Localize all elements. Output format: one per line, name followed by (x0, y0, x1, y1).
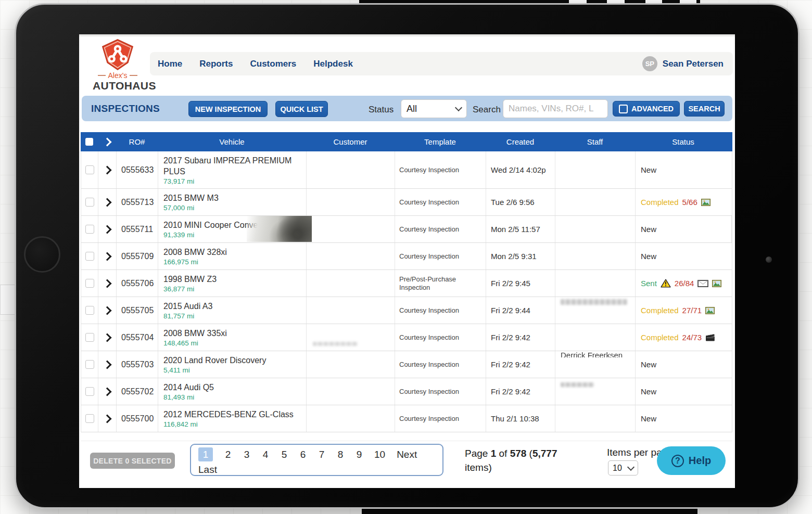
status-text: New (641, 360, 656, 369)
vehicle-name: 2008 BMW 335xi (163, 328, 227, 339)
row-checkbox[interactable] (85, 333, 94, 342)
quick-list-button[interactable]: QUICK LIST (275, 101, 328, 117)
row-checkbox[interactable] (85, 165, 94, 174)
header-customer[interactable]: Customer (306, 132, 395, 151)
header-vehicle[interactable]: Vehicle (158, 132, 306, 151)
search-input[interactable] (503, 99, 608, 118)
expand-row-icon[interactable] (103, 387, 112, 396)
page-button-4[interactable]: 4 (262, 447, 269, 461)
delete-selected-button[interactable]: DELETE 0 SELECTED (90, 453, 175, 469)
table-row[interactable]: 0555702 2014 Audi Q5 81,493 mi Courtesy … (81, 378, 732, 405)
header-status[interactable]: Status (635, 132, 731, 151)
tablet-home-button[interactable] (24, 236, 60, 273)
header-created[interactable]: Created (486, 132, 555, 151)
table-row[interactable]: 0555700 2012 MERCEDES-BENZ GL-Class 116,… (81, 405, 732, 432)
user-menu[interactable]: SP Sean Petersen (642, 56, 733, 71)
table-row[interactable]: 0555704 2008 BMW 335xi 148,465 mi Courte… (81, 324, 732, 351)
brand-name-line1: Alex's (93, 71, 143, 80)
expand-all-icon[interactable] (103, 137, 111, 146)
ro-number: 0555705 (117, 297, 158, 324)
header-ro[interactable]: RO# (116, 132, 158, 151)
customer-cell (307, 243, 395, 269)
nav-link-helpdesk[interactable]: Helpdesk (313, 59, 353, 69)
customer-cell (307, 405, 395, 432)
row-checkbox[interactable] (85, 279, 94, 288)
row-checkbox[interactable] (85, 306, 94, 315)
table-row[interactable]: 0555709 2008 BMW 328xi 166,975 mi Courte… (81, 243, 732, 270)
table-header: RO# Vehicle Customer Template Created St… (81, 132, 732, 151)
vehicle-mileage: 166,975 mi (163, 258, 198, 266)
status-filter-select[interactable]: All (401, 99, 467, 118)
expand-row-icon[interactable] (103, 198, 112, 207)
header-template[interactable]: Template (395, 132, 486, 151)
header-staff[interactable]: Staff (555, 132, 635, 151)
expand-row-icon[interactable] (103, 225, 112, 234)
nav-link-customers[interactable]: Customers (250, 59, 296, 69)
page-button-10[interactable]: 10 (374, 447, 385, 461)
status-cell: Completed27/71 (636, 297, 732, 324)
customer-cell (307, 324, 395, 351)
items-per-page-select[interactable]: 10 (608, 460, 638, 476)
vehicle-name: 1998 BMW Z3 (163, 274, 217, 285)
inspections-table: RO# Vehicle Customer Template Created St… (81, 132, 732, 432)
table-row[interactable]: 0555703 2020 Land Rover Discovery 5,411 … (81, 351, 732, 378)
expand-row-icon[interactable] (103, 279, 112, 288)
new-inspection-button[interactable]: NEW INSPECTION (188, 101, 268, 117)
help-button[interactable]: ? Help (657, 446, 726, 475)
row-checkbox[interactable] (85, 360, 94, 369)
table-row[interactable]: 0555711 2010 MINI Cooper Convertible 91,… (81, 216, 732, 243)
table-row[interactable]: 0555705 2015 Audi A3 81,757 mi Courtesy … (81, 297, 732, 324)
avatar: SP (642, 56, 657, 71)
last-page-button[interactable]: Last (198, 462, 217, 477)
row-checkbox[interactable] (85, 225, 94, 234)
table-row[interactable]: 0555713 2015 BMW M3 57,000 mi Courtesy I… (81, 189, 732, 216)
staff-cell (555, 324, 636, 351)
status-text: New (641, 414, 656, 423)
vehicle-mileage: 148,465 mi (163, 339, 198, 347)
row-checkbox[interactable] (85, 198, 94, 207)
expand-row-icon[interactable] (103, 306, 112, 315)
template-name: Courtesy Inspection (395, 378, 486, 405)
warning-icon (661, 279, 671, 288)
nav-link-home[interactable]: Home (158, 59, 182, 69)
ro-number: 0555713 (117, 189, 158, 215)
status-cell: New (636, 243, 732, 269)
expand-row-icon[interactable] (103, 165, 112, 174)
tablet-camera (766, 256, 772, 263)
page-button-8[interactable]: 8 (337, 447, 344, 461)
page-button-3[interactable]: 3 (243, 447, 250, 461)
template-name: Courtesy Inspection (395, 216, 486, 242)
select-all-checkbox[interactable] (85, 138, 93, 146)
page-button-7[interactable]: 7 (318, 447, 325, 461)
search-button[interactable]: SEARCH (684, 101, 725, 117)
staff-cell (555, 405, 636, 432)
next-page-button[interactable]: Next (397, 447, 417, 461)
ro-number: 0555706 (117, 270, 158, 297)
page-button-1[interactable]: 1 (198, 447, 213, 461)
table-row[interactable]: 0555633 2017 Subaru IMPREZA PREMIUM PLUS… (81, 151, 732, 189)
expand-row-icon[interactable] (103, 333, 112, 342)
brand-logo[interactable]: Alex's AUTOHAUS (93, 38, 143, 92)
status-text: Completed (641, 198, 679, 207)
page-button-9[interactable]: 9 (356, 447, 363, 461)
user-name: Sean Petersen (663, 59, 724, 69)
vehicle-photo-artifact (247, 216, 312, 242)
table-row[interactable]: 0555706 1998 BMW Z3 36,877 mi Pre/Post-P… (81, 270, 732, 297)
staff-cell (555, 270, 636, 297)
row-checkbox[interactable] (85, 414, 94, 423)
expand-row-icon[interactable] (103, 252, 112, 261)
expand-row-icon[interactable] (103, 360, 112, 369)
top-navbar: HomeReportsCustomersHelpdesk SP Sean Pet… (150, 52, 733, 75)
row-checkbox[interactable] (85, 387, 94, 396)
vehicle-mileage: 81,757 mi (163, 312, 194, 320)
expand-row-icon[interactable] (103, 414, 112, 423)
page-button-6[interactable]: 6 (299, 447, 307, 461)
row-checkbox[interactable] (85, 252, 94, 261)
status-text: New (641, 225, 656, 234)
page-button-5[interactable]: 5 (281, 447, 288, 461)
advanced-search-button[interactable]: ADVANCED (613, 101, 680, 117)
items-per-page-value: 10 (613, 464, 622, 473)
status-ratio: 24/73 (682, 333, 702, 342)
nav-link-reports[interactable]: Reports (199, 59, 233, 69)
page-button-2[interactable]: 2 (224, 447, 232, 461)
